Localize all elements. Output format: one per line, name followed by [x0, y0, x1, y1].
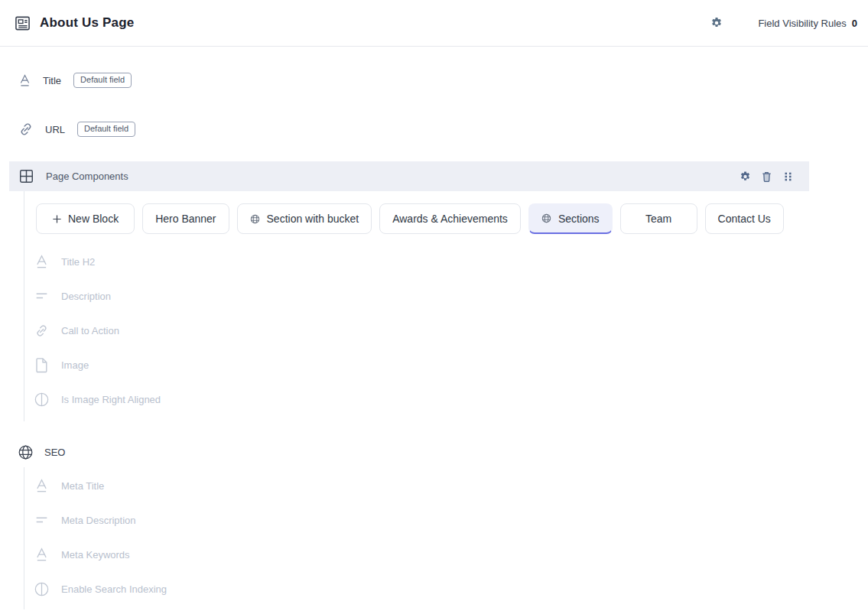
link-icon: [34, 323, 49, 339]
field-row-image[interactable]: Image: [34, 348, 868, 382]
block-tab-label: Team: [645, 213, 671, 225]
field-row-is-image-right-aligned[interactable]: Is Image Right Aligned: [34, 382, 868, 417]
field-row-title-h2[interactable]: Title H2: [34, 245, 868, 279]
field-label: Enable Search Indexing: [61, 583, 167, 595]
page-components-content: New Block Hero BannerSection with bucket…: [24, 191, 868, 421]
field-label: Meta Keywords: [61, 549, 130, 561]
page-components-bar: Page Components: [9, 161, 809, 191]
multiline-icon: [34, 512, 49, 528]
field-label: Meta Title: [61, 480, 104, 492]
text-icon: [34, 547, 49, 563]
field-label: Description: [61, 291, 111, 302]
multiline-icon: [34, 288, 49, 304]
seo-group-row[interactable]: SEO: [18, 437, 868, 467]
plus-icon: [52, 214, 62, 224]
block-tab-label: Sections: [558, 213, 600, 225]
blocks-grid-icon: [18, 168, 34, 184]
field-row-title[interactable]: Title Default field: [18, 68, 868, 93]
block-tab-contact-us[interactable]: Contact Us: [705, 203, 784, 234]
field-row-meta-keywords[interactable]: Meta Keywords: [34, 538, 868, 572]
block-tab-label: Contact Us: [718, 213, 771, 225]
selected-block-fields: Title H2DescriptionCall to ActionImageIs…: [34, 245, 868, 417]
default-field-badge: Default field: [77, 122, 135, 137]
block-tab-hero-banner[interactable]: Hero Banner: [142, 203, 229, 234]
field-label: Image: [61, 359, 89, 371]
page-components-actions: [740, 171, 794, 183]
page-title: About Us Page: [40, 15, 135, 31]
field-label: Meta Description: [61, 515, 136, 526]
page-header: About Us Page Field Visibility Rules 0: [0, 0, 868, 47]
content-type-settings-icon[interactable]: [710, 17, 723, 29]
field-row-enable-search-indexing[interactable]: Enable Search Indexing: [34, 572, 868, 606]
seo-label: SEO: [44, 447, 65, 458]
drag-handle-icon[interactable]: [782, 171, 794, 183]
text-icon: [34, 478, 49, 494]
page-components-label: Page Components: [46, 171, 128, 182]
trash-icon[interactable]: [761, 171, 772, 183]
block-tab-label: Section with bucket: [267, 213, 359, 225]
field-visibility-rules-count: 0: [852, 18, 857, 29]
block-tab-sections[interactable]: Sections: [528, 203, 613, 234]
file-icon: [34, 357, 49, 373]
block-tab-awards-achievements[interactable]: Awards & Achievements: [379, 203, 521, 234]
field-label: URL: [45, 124, 65, 135]
field-label: Is Image Right Aligned: [61, 394, 161, 405]
globe-icon: [250, 214, 260, 224]
block-tab-team[interactable]: Team: [620, 203, 697, 234]
block-tabs: New Block Hero BannerSection with bucket…: [36, 203, 868, 234]
text-icon: [34, 254, 49, 270]
globe-icon: [541, 213, 551, 223]
block-tab-label: Hero Banner: [155, 213, 216, 225]
link-icon: [18, 122, 34, 137]
field-visibility-rules[interactable]: Field Visibility Rules 0: [758, 18, 857, 29]
field-label: Call to Action: [61, 325, 119, 336]
default-field-badge: Default field: [73, 73, 132, 88]
boolean-icon: [34, 581, 49, 597]
boolean-icon: [34, 392, 49, 408]
content-type-icon: [14, 15, 31, 32]
field-row-url[interactable]: URL Default field: [18, 117, 868, 141]
field-row-description[interactable]: Description: [34, 279, 868, 314]
field-row-meta-title[interactable]: Meta Title: [34, 469, 868, 503]
seo-content: Meta TitleMeta DescriptionMeta KeywordsE…: [24, 467, 868, 609]
field-label: Title: [43, 75, 61, 86]
block-tab-label: Awards & Achievements: [392, 213, 508, 225]
field-row-call-to-action[interactable]: Call to Action: [34, 314, 868, 348]
field-label: Title H2: [61, 256, 95, 268]
field-visibility-rules-label: Field Visibility Rules: [758, 18, 846, 29]
settings-icon[interactable]: [740, 171, 751, 183]
text-icon: [18, 73, 31, 88]
field-row-meta-description[interactable]: Meta Description: [34, 503, 868, 538]
new-block-button[interactable]: New Block: [36, 203, 135, 234]
block-tab-section-with-bucket[interactable]: Section with bucket: [237, 203, 372, 234]
new-block-label: New Block: [68, 213, 119, 225]
globe-icon: [18, 444, 34, 460]
